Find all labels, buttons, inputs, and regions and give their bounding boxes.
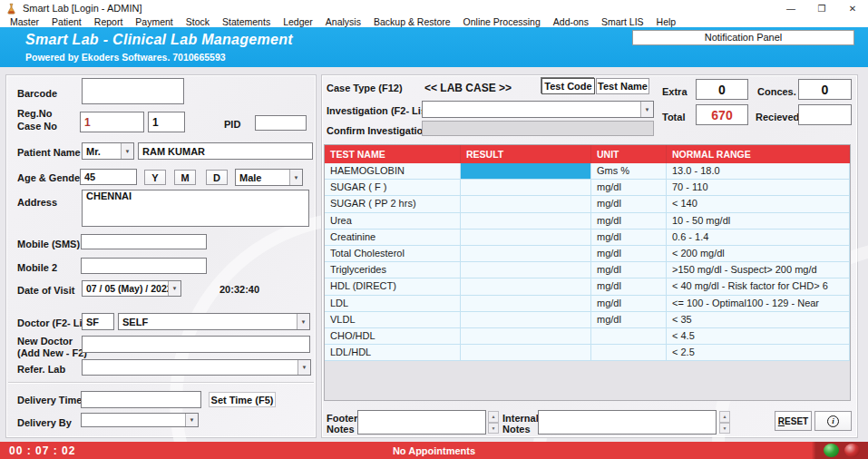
result-cell[interactable] [461,312,591,327]
table-row[interactable]: Total Cholesterolmg/dl< 200 mg/dl [325,246,850,262]
test-name-cell[interactable]: LDL/HDL [325,345,461,360]
mobile-input[interactable] [81,234,207,249]
unit-cell[interactable]: mg/dl [591,278,667,294]
unit-cell[interactable]: mg/dl [591,213,667,229]
unit-cell[interactable]: Gms % [591,163,667,179]
normal-range-cell[interactable]: 10 - 50 mg/dl [667,213,850,229]
delivery-by-select[interactable]: ▼ [81,413,199,427]
table-row[interactable]: SUGAR ( F )mg/dl70 - 110 [325,180,850,196]
investigation-select[interactable]: ▼ [422,101,654,118]
normal-range-cell[interactable]: 70 - 110 [667,180,850,195]
set-time-button[interactable]: Set Time (F5) [209,392,276,407]
refer-lab-select[interactable]: ▼ [82,359,311,376]
normal-range-cell[interactable]: <= 100 - Optimal100 - 129 - Near [667,296,850,311]
scroll-down-icon[interactable]: ▼ [719,423,730,435]
total-input[interactable] [696,104,748,125]
test-name-cell[interactable]: Triglycerides [325,262,461,278]
unit-cell[interactable]: mg/dl [591,246,667,261]
scroll-up-icon[interactable]: ▲ [719,411,730,423]
unit-cell[interactable] [591,345,667,360]
table-row[interactable]: Creatininemg/dl0.6 - 1.4 [325,230,850,246]
regno-input[interactable] [80,112,144,132]
test-name-cell[interactable]: HAEMOGLOBIN [325,163,461,179]
result-cell[interactable] [461,328,591,344]
delivery-time-input[interactable] [81,391,201,408]
table-row[interactable]: HDL (DIRECT)mg/dl< 40 mg/dl - Risk facto… [325,278,850,295]
normal-range-cell[interactable]: 0.6 - 1.4 [667,230,850,245]
test-name-cell[interactable]: LDL [325,296,461,311]
scroll-up-icon[interactable]: ▲ [488,411,499,423]
extra-input[interactable] [696,79,748,100]
test-name-cell[interactable]: SUGAR ( F ) [325,180,461,195]
age-years-button[interactable]: Y [144,170,166,185]
unit-cell[interactable]: mg/dl [591,262,667,278]
test-name-cell[interactable]: SUGAR ( PP 2 hrs) [325,196,461,211]
menu-item-online-processing[interactable]: Online Processing [457,16,547,27]
menu-item-backup-restore[interactable]: Backup & Restore [367,16,457,27]
doctor-select[interactable]: SELF ▼ [118,313,310,330]
unit-cell[interactable]: mg/dl [591,180,667,195]
footer-notes-scrollbar[interactable]: ▲ ▼ [488,411,499,434]
table-row[interactable]: Ureamg/dl10 - 50 mg/dl [325,213,850,230]
table-row[interactable]: SUGAR ( PP 2 hrs)mg/dl< 140 [325,196,850,212]
test-name-cell[interactable]: Creatinine [325,230,461,245]
test-code-tab[interactable]: Test Code [541,78,595,94]
menu-item-report[interactable]: Report [88,16,130,27]
normal-range-cell[interactable]: < 200 mg/dl [667,246,850,261]
result-cell[interactable] [461,196,591,211]
caseno-input[interactable] [148,112,185,132]
gender-select[interactable]: Male ▼ [235,169,303,186]
conces-input[interactable] [798,79,852,100]
barcode-input[interactable] [82,78,184,104]
new-doctor-input[interactable] [82,336,310,353]
normal-range-cell[interactable]: < 4.5 [667,328,850,344]
address-input[interactable]: CHENNAI [82,190,309,227]
unit-cell[interactable]: mg/dl [591,230,667,245]
normal-range-cell[interactable]: < 40 mg/dl - Risk factor for CHD> 6 [667,278,850,294]
table-row[interactable]: HAEMOGLOBINGms %13.0 - 18.0 [325,163,850,180]
date-of-visit-select[interactable]: 07 / 05 (May) / 2022 ▼ [82,280,181,297]
scroll-down-icon[interactable]: ▼ [488,423,499,435]
menu-item-ledger[interactable]: Ledger [277,16,319,27]
internal-notes-input[interactable] [538,410,717,435]
result-cell[interactable] [461,163,591,179]
internal-notes-scrollbar[interactable]: ▲ ▼ [719,411,730,434]
normal-range-cell[interactable]: >150 mg/dl - Suspect> 200 mg/d [667,262,850,278]
test-name-cell[interactable]: CHO/HDL [325,328,461,344]
unit-cell[interactable] [591,328,667,344]
menu-item-analysis[interactable]: Analysis [319,16,367,27]
menu-item-statements[interactable]: Statements [216,16,277,27]
age-input[interactable] [80,169,137,185]
info-button[interactable]: i [814,411,852,431]
normal-range-cell[interactable]: < 2.5 [667,345,850,360]
pid-input[interactable] [255,115,307,131]
doctor-code-input[interactable] [82,313,114,330]
result-cell[interactable] [461,230,591,245]
menu-item-smart-lis[interactable]: Smart LIS [595,16,650,27]
menu-item-help[interactable]: Help [650,16,683,27]
test-name-cell[interactable]: Total Cholesterol [325,246,461,261]
result-cell[interactable] [461,345,591,360]
mobile2-input[interactable] [81,258,207,274]
table-row[interactable]: LDLmg/dl<= 100 - Optimal100 - 129 - Near [325,296,850,312]
menu-item-stock[interactable]: Stock [180,16,216,27]
result-cell[interactable] [461,296,591,311]
result-cell[interactable] [461,278,591,294]
result-cell[interactable] [461,246,591,261]
test-name-cell[interactable]: Urea [325,213,461,229]
table-row[interactable]: CHO/HDL< 4.5 [325,328,850,345]
normal-range-cell[interactable]: < 35 [667,312,850,327]
result-cell[interactable] [461,180,591,195]
unit-cell[interactable]: mg/dl [591,196,667,211]
patient-name-input[interactable] [138,142,313,160]
received-input[interactable] [798,104,852,125]
unit-cell[interactable]: mg/dl [591,296,667,311]
age-months-button[interactable]: M [174,170,196,185]
test-name-cell[interactable]: VLDL [325,312,461,327]
reset-button[interactable]: RESET [775,411,812,431]
footer-notes-input[interactable] [357,410,486,435]
restore-button[interactable]: ❐ [806,0,837,16]
normal-range-cell[interactable]: 13.0 - 18.0 [667,163,850,179]
menu-item-add-ons[interactable]: Add-ons [547,16,595,27]
result-cell[interactable] [461,262,591,278]
